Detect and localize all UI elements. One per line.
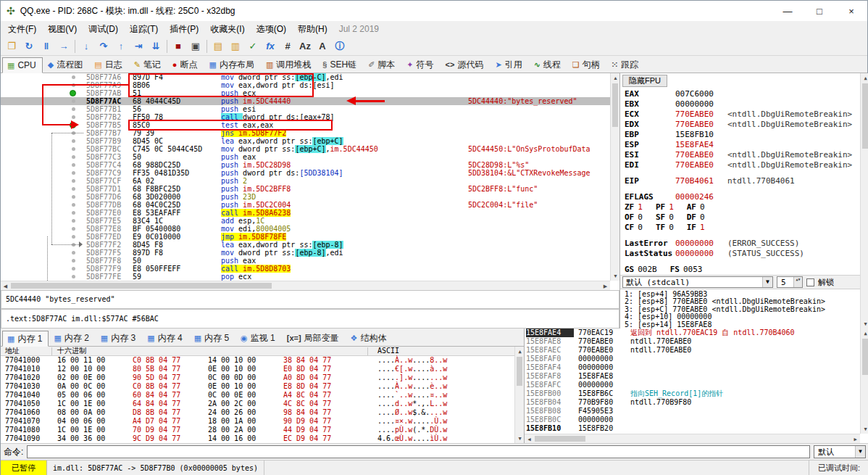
- disasm-row-5D8F77AB[interactable]: 5D8F77AB51push ecx: [1, 89, 610, 97]
- register-row[interactable]: CF0TF0IF1: [625, 223, 859, 233]
- scroll-down-arrow-icon[interactable]: ▼: [861, 319, 868, 329]
- menu-options[interactable]: 选项(O): [251, 22, 292, 37]
- toolbar-stop-icon[interactable]: ■: [170, 38, 187, 54]
- scroll-thumb[interactable]: [862, 339, 868, 375]
- row-dot[interactable]: [72, 203, 75, 207]
- toolbar-restart-icon[interactable]: ↻: [20, 38, 38, 54]
- stack-row-15E8FAE8[interactable]: 15E8FAE8770EABE0ntdll.770EABE0: [525, 337, 860, 346]
- row-dot[interactable]: [72, 75, 75, 79]
- close-icon[interactable]: ×: [835, 1, 867, 21]
- tab-threads[interactable]: ∿线程: [529, 57, 567, 73]
- row-dot[interactable]: [72, 179, 75, 183]
- row-dot[interactable]: [72, 187, 75, 191]
- toolbar-trace-record-icon[interactable]: ▤: [209, 38, 227, 54]
- register-row[interactable]: LastError00000000(ERROR_SUCCESS): [625, 239, 859, 249]
- register-row[interactable]: LastStatus00000000(STATUS_SUCCESS): [625, 249, 859, 259]
- disasm-row-5D8F77F5[interactable]: 5D8F77F5897D F8mov dword ptr ss:[ebp-8],…: [1, 249, 610, 257]
- toolbar-animate-into-icon[interactable]: ⇊: [147, 38, 164, 54]
- register-row[interactable]: ESP15E8FAE4: [625, 140, 859, 150]
- stack-vertical-scrollbar[interactable]: ▲▼: [860, 329, 868, 434]
- tab-graph[interactable]: ◆流程图: [43, 57, 89, 73]
- tab-dump-4[interactable]: ▦内存 4: [142, 330, 188, 346]
- toolbar-run-icon[interactable]: →: [55, 38, 72, 54]
- registers-vertical-scrollbar[interactable]: ▲▼: [860, 73, 868, 329]
- row-dot[interactable]: [72, 259, 75, 263]
- memory-row-77041080[interactable]: 770410801C 00 1E 0070 D9 04 7728 00 2A 0…: [1, 426, 514, 434]
- scroll-thumb[interactable]: [862, 83, 868, 149]
- toolbar-step-out-icon[interactable]: ↑: [112, 38, 130, 54]
- chevron-down-icon[interactable]: ▼: [762, 277, 772, 287]
- memory-row-77041070[interactable]: 7704107004 00 06 00A4 D7 04 7718 00 1A 0…: [1, 417, 514, 426]
- row-dot[interactable]: [72, 99, 75, 103]
- stack-row-15E8FAF0[interactable]: 15E8FAF000000000: [525, 355, 860, 363]
- tab-dump-2[interactable]: ▦内存 2: [49, 330, 95, 346]
- disasm-row-5D8F77B5[interactable]: 5D8F77B585C0test eax,eax: [1, 121, 610, 129]
- stack-row-15E8FAE4[interactable]: 15E8FAE4770EAC19返回到 ntdll.770EAC19 自 ntd…: [525, 329, 860, 337]
- memory-vertical-scrollbar[interactable]: ▲▼: [514, 347, 524, 443]
- tab-cpu[interactable]: ▦CPU: [2, 57, 43, 73]
- toolbar-calculator-icon[interactable]: #: [279, 38, 296, 54]
- row-dot[interactable]: [72, 147, 75, 151]
- scroll-thumb[interactable]: [517, 357, 522, 386]
- disasm-row-5D8F77D1[interactable]: 5D8F77D168 F8BFC25Dpush im.5DC2BFF85DC2B…: [1, 185, 610, 193]
- toolbar-text-az-icon[interactable]: Az: [296, 38, 314, 54]
- calling-convention-select[interactable]: 默认 (stdcall) ▼: [622, 276, 773, 288]
- memory-row-77041090[interactable]: 7704109034 00 36 009C D9 04 7714 00 16 0…: [1, 434, 514, 443]
- disasm-row-5D8F77ED[interactable]: 5D8F77EDE9 0C010000jmp im.5D8F78FE: [1, 233, 610, 241]
- stack-row-15E8FAF4[interactable]: 15E8FAF400000000: [525, 363, 860, 372]
- menu-file[interactable]: 文件(F): [2, 22, 42, 37]
- memory-row-77041050[interactable]: 770410501C 00 1E 0064 84 04 772A 00 2C 0…: [1, 400, 514, 408]
- spinner-arrows-icon[interactable]: ▲▼: [793, 277, 802, 287]
- stack-row-15E8FB08[interactable]: 15E8FB08F45905E3: [525, 407, 860, 416]
- row-dot[interactable]: [72, 155, 75, 159]
- disasm-row-5D8F77B2[interactable]: 5D8F77B2FF50 78call dword ptr ds:[eax+78…: [1, 113, 610, 121]
- disasm-row-5D8F77FE[interactable]: 5D8F77FE59pop ecx: [1, 273, 610, 281]
- scroll-thumb[interactable]: [535, 436, 585, 442]
- disasm-row-5D8F77D6[interactable]: 5D8F77D668 3D020000push 23D: [1, 193, 610, 201]
- tab-references[interactable]: ➤引用: [490, 57, 528, 73]
- toolbar-breakpoints-icon[interactable]: ▣: [187, 38, 204, 54]
- register-row[interactable]: EIP770B4061ntdll.770B4061: [625, 176, 859, 186]
- memory-row-77041000[interactable]: 7704100016 00 11 00C0 8B 04 7714 00 10 0…: [1, 356, 514, 365]
- toolbar-memory-log-icon[interactable]: ▥: [227, 38, 244, 54]
- row-dot[interactable]: [72, 211, 75, 215]
- row-dot[interactable]: [72, 219, 75, 223]
- row-dot[interactable]: [72, 227, 75, 231]
- row-dot[interactable]: [72, 171, 75, 175]
- disasm-row-5D8F77B9[interactable]: 5D8F77B98D45 0Clea eax,dword ptr ss:[ebp…: [1, 137, 610, 145]
- toolbar-patch-icon[interactable]: ✓: [244, 38, 262, 54]
- tab-watch-1[interactable]: ◉监视 1: [235, 330, 282, 346]
- disasm-row-5D8F77B1[interactable]: 5D8F77B156push esi: [1, 105, 610, 113]
- toolbar-font-icon[interactable]: A: [314, 38, 331, 54]
- tab-source[interactable]: <>源代码: [441, 57, 491, 73]
- tab-locals[interactable]: [x=]局部变量: [282, 330, 346, 346]
- tab-dump-3[interactable]: ▦内存 3: [96, 330, 142, 346]
- disasm-row-5D8F77F9[interactable]: 5D8F77F9E8 050FFEFFcall im.5D8D8703: [1, 265, 610, 273]
- minimize-icon[interactable]: —: [772, 1, 804, 21]
- toolbar-help-icon[interactable]: ⓘ: [331, 38, 349, 54]
- disasm-row-5D8F77DB[interactable]: 5D8F77DB68 04C0C25Dpush im.5DC2C0045DC2C…: [1, 201, 610, 209]
- tab-dump-5[interactable]: ▦内存 5: [189, 330, 235, 346]
- tab-symbols[interactable]: ✦符号: [401, 57, 440, 73]
- stack-row-15E8FB04[interactable]: 15E8FB04770B9F80ntdll.770B9F80: [525, 398, 860, 407]
- toolbar-pause-icon[interactable]: ‖: [38, 38, 55, 54]
- register-row[interactable]: GS002BFS0053: [625, 265, 859, 275]
- tab-seh[interactable]: §SEH链: [317, 57, 363, 73]
- scroll-up-arrow-icon[interactable]: ▲: [861, 329, 868, 338]
- disasm-row-5D8F77B7[interactable]: 5D8F77B779 39jns im.5D8F77F2: [1, 129, 610, 137]
- scroll-up-arrow-icon[interactable]: ▲: [861, 73, 868, 83]
- chevron-down-icon[interactable]: ▼: [855, 446, 865, 458]
- stack-row-15E8FB0C[interactable]: 15E8FB0C00000000: [525, 416, 860, 424]
- toolbar-step-over-icon[interactable]: ↷: [95, 38, 112, 54]
- menu-view[interactable]: 视图(V): [42, 22, 83, 37]
- unlock-checkbox[interactable]: [806, 278, 814, 286]
- row-dot[interactable]: [72, 195, 75, 199]
- tab-struct[interactable]: ❖结构体: [346, 330, 393, 346]
- scroll-thumb[interactable]: [612, 83, 618, 127]
- disasm-row-5D8F77AC[interactable]: 5D8F77AC68 4044C45Dpush im.5DC444405DC44…: [1, 97, 610, 105]
- disasm-row-5D8F77F2[interactable]: 5D8F77F28D45 F8lea eax,dword ptr ss:[ebp…: [1, 241, 610, 249]
- command-input[interactable]: [27, 445, 810, 458]
- row-dot[interactable]: [72, 163, 75, 167]
- memory-row-77041060[interactable]: 7704106008 00 0A 00D8 8B 04 7724 00 26 0…: [1, 408, 514, 417]
- register-row[interactable]: EBP15E8FB10: [625, 130, 859, 140]
